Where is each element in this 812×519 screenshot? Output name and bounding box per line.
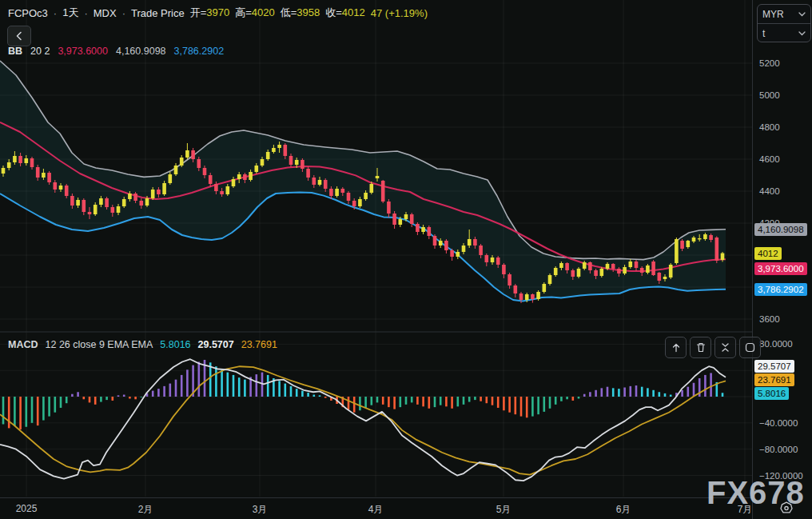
time-axis[interactable]: 20252月3月4月5月6月7月: [0, 497, 752, 519]
collapse-icon: [720, 342, 730, 353]
chevron-down-icon: [798, 12, 806, 17]
unit-dropdown[interactable]: t: [758, 23, 810, 42]
axis-tick-label: 5000: [759, 90, 780, 100]
arrow-up-icon: [671, 343, 681, 353]
macd-signal-value: 23.7691: [241, 339, 277, 350]
axis-tick-label: 3600: [759, 314, 780, 324]
price-axis[interactable]: MYR t 520050004800460044004200360080.000…: [752, 0, 812, 519]
axis-tick-label: 4600: [759, 154, 780, 164]
trading-chart-window: FCPOc3 · 1天 · MDX · Trade Price 开=3970 高…: [0, 0, 812, 519]
currency-value: MYR: [762, 9, 784, 20]
series-type-label: Trade Price: [131, 7, 185, 19]
bb-params: 20 2: [30, 46, 50, 57]
macd-hist-value: 5.8016: [160, 339, 190, 350]
pane-toolbar: [665, 337, 761, 358]
macd-line: [0, 359, 726, 481]
bb-mid-value: 3,973.6000: [58, 46, 108, 57]
currency-unit-selector: MYR t: [757, 4, 811, 42]
move-pane-up-button[interactable]: [665, 337, 687, 358]
axis-tick-label: −120.0000: [759, 471, 803, 481]
axis-tick-label: 5200: [759, 58, 780, 68]
currency-dropdown[interactable]: MYR: [758, 5, 810, 23]
macd-line-value: 29.5707: [198, 339, 234, 350]
exchange-label: MDX: [94, 7, 117, 19]
separator-dot: ·: [84, 7, 87, 19]
time-axis-label: 5月: [496, 503, 511, 517]
gear-icon: [778, 500, 795, 517]
delete-pane-button[interactable]: [690, 337, 711, 358]
bb-lower-value: 3,786.2902: [174, 46, 225, 57]
macd-signal-line: [0, 366, 726, 474]
bb-band-fill: [0, 61, 726, 301]
trash-icon: [696, 342, 706, 353]
unit-value: t: [762, 28, 765, 39]
price-badge: 3,973.6000: [754, 262, 807, 275]
bb-name: BB: [8, 46, 22, 57]
chart-canvas[interactable]: [0, 0, 752, 497]
macd-badge: 5.8016: [754, 387, 789, 400]
price-badge: 3,786.2902: [754, 283, 807, 296]
chevron-left-icon: [15, 31, 23, 41]
separator-dot: ·: [54, 7, 57, 19]
symbol-header: FCPOc3 · 1天 · MDX · Trade Price 开=3970 高…: [8, 6, 428, 20]
symbol-name[interactable]: FCPOc3: [8, 7, 48, 19]
macd-indicator-legend[interactable]: MACD 12 26 close 9 EMA EMA 5.8016 29.570…: [8, 339, 277, 350]
separator-dot: ·: [122, 7, 125, 19]
collapse-pane-button[interactable]: [714, 337, 736, 358]
axis-tick-label: −40.0000: [759, 418, 798, 428]
macd-badge: 23.7691: [754, 373, 794, 386]
interval-label[interactable]: 1天: [62, 6, 78, 20]
ohlc-close: 收=4012: [325, 6, 365, 20]
chevron-down-icon: [798, 31, 806, 36]
axis-tick-label: 4400: [759, 186, 780, 196]
price-badge: 4012: [754, 247, 782, 260]
ohlc-open: 开=3970: [190, 6, 230, 20]
back-button[interactable]: [7, 26, 31, 46]
maximize-pane-button[interactable]: [739, 337, 761, 358]
time-axis-label: 3月: [253, 503, 268, 517]
time-axis-label: 4月: [368, 503, 384, 517]
time-axis-label: 6月: [616, 503, 631, 517]
macd-badge: 29.5707: [754, 360, 794, 373]
price-badge: 4,160.9098: [754, 223, 807, 236]
ohlc-high: 高=4020: [235, 6, 275, 20]
bb-indicator-legend[interactable]: BB 20 2 3,973.6000 4,160.9098 3,786.2902: [8, 46, 224, 57]
change-value: 47 (+1.19%): [371, 7, 428, 19]
maximize-icon: [745, 342, 755, 353]
time-axis-label: 2月: [138, 503, 153, 517]
bb-upper-value: 4,160.9098: [116, 46, 166, 57]
axis-tick-label: 4800: [759, 122, 780, 132]
macd-name: MACD: [8, 339, 38, 350]
time-axis-label: 7月: [738, 503, 753, 517]
axis-tick-label: −80.0000: [759, 445, 798, 454]
axis-tick-label: 80.0000: [759, 339, 793, 349]
macd-params: 12 26 close 9 EMA EMA: [46, 339, 153, 350]
ohlc-low: 低=3958: [281, 6, 320, 20]
chart-settings-button[interactable]: [778, 500, 795, 519]
time-axis-label: 2025: [16, 503, 38, 514]
